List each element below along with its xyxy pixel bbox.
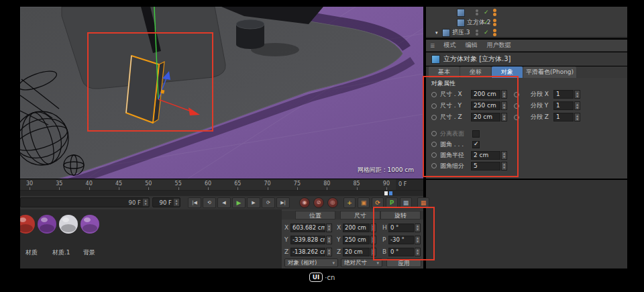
highlight-box-viewport [87, 32, 213, 132]
menu-item-edit[interactable]: 编辑 [461, 41, 482, 50]
ruler-tick: 50 [142, 179, 155, 191]
ruler-tick: 60 [201, 179, 215, 191]
axis-label: X [337, 224, 343, 231]
size-z-input[interactable]: 20 cm [343, 248, 370, 256]
visibility-dots[interactable] [476, 9, 478, 15]
coord-header-position: 位置 [295, 211, 335, 220]
viewport-3d[interactable]: 网格间距 : 1000 cm [20, 7, 423, 179]
record-keyframe-button[interactable]: ◉ [299, 197, 310, 208]
material-swatch[interactable] [59, 215, 78, 234]
spinner[interactable] [143, 199, 148, 206]
watermark: UI ·cn [0, 273, 644, 282]
seg-label: 分段 Y [531, 101, 553, 110]
seg-z-input[interactable]: 1 [553, 113, 574, 121]
axis-label: Z [284, 248, 290, 255]
menu-item-userdata[interactable]: 用户数据 [482, 41, 516, 50]
material-swatch[interactable] [20, 215, 35, 234]
record-scale-toggle[interactable]: ▣ [358, 197, 370, 208]
enabled-check-icon[interactable]: ✓ [484, 9, 489, 15]
enabled-check-icon[interactable]: ✓ [484, 19, 489, 26]
record-position-toggle[interactable]: + [343, 197, 356, 208]
frame-marker-blue[interactable] [389, 191, 392, 195]
object-icon [442, 29, 450, 37]
watermark-suffix: ·cn [325, 274, 335, 281]
tag-dots [493, 29, 496, 36]
prev-frame-button[interactable]: ◀ [217, 197, 231, 208]
size-y-input[interactable]: 250 cm [343, 236, 370, 244]
play-button[interactable]: ▶ [232, 197, 246, 208]
right-bottom-panel [426, 180, 627, 269]
highlight-box-rotation [373, 207, 435, 260]
ruler-tick: 40 [83, 179, 96, 191]
tag-dots [493, 19, 496, 26]
app-window: 网格间距 : 1000 cm ✓ 立方体.2 ✓ ▾ 挤压.3 ✓ ≣ [0, 0, 644, 292]
seg-label: 分段 X [531, 90, 553, 99]
current-frame-field[interactable]: 90 F [152, 197, 180, 207]
tag-dots [493, 9, 496, 16]
range-slider[interactable]: 90 F [20, 197, 150, 207]
goto-end-button[interactable]: ▶| [276, 197, 290, 208]
expand-arrow-icon[interactable]: ▾ [435, 30, 442, 36]
spinner[interactable] [174, 199, 179, 206]
spinner[interactable] [574, 113, 580, 121]
seg-x-input[interactable]: 1 [553, 90, 574, 99]
ruler-tick: 75 [290, 179, 304, 191]
attribute-title-bar: 立方体对象 [立方体.3] [426, 52, 627, 66]
object-row[interactable]: ▾ 挤压.3 ✓ [426, 28, 627, 38]
keyframe-selection-button[interactable]: ◎ [327, 197, 338, 208]
marker-strip [20, 191, 423, 196]
axis-label: X [284, 224, 290, 231]
next-frame-button[interactable]: ▶ [247, 197, 260, 208]
goto-start-button[interactable]: |◀ [188, 197, 201, 208]
visibility-dots[interactable] [476, 19, 478, 26]
position-y-input[interactable]: -339.828 cm [290, 236, 325, 244]
object-manager: ✓ 立方体.2 ✓ ▾ 挤压.3 ✓ [426, 7, 627, 38]
autokey-button[interactable]: ⊘ [313, 197, 324, 208]
spinner[interactable] [326, 224, 332, 232]
material-swatch[interactable] [38, 215, 56, 234]
attribute-title: 立方体对象 [立方体.3] [443, 54, 511, 64]
ruler-tick: 30 [23, 179, 36, 191]
ruler-end-label: 0 F [396, 179, 423, 190]
spinner[interactable] [326, 236, 332, 244]
ruler-tick: 80 [320, 179, 333, 191]
menu-grip-icon[interactable]: ≣ [430, 42, 435, 49]
cube-icon [431, 55, 440, 64]
object-row[interactable]: 立方体.2 ✓ [426, 17, 627, 28]
mode-dropdown[interactable]: 对象 (相对) [284, 258, 338, 267]
seg-y-input[interactable]: 1 [553, 101, 574, 110]
prev-key-button[interactable]: ⟲ [203, 197, 216, 208]
enabled-check-icon[interactable]: ✓ [484, 30, 489, 36]
spinner[interactable] [326, 248, 332, 256]
size-x-input[interactable]: 200 cm [343, 224, 370, 232]
timeline-ruler[interactable]: 30 35 40 45 50 55 60 65 70 75 80 85 90 0… [20, 179, 423, 191]
menu-item-mode[interactable]: 模式 [439, 41, 461, 50]
attribute-menubar: ≣ 模式 编辑 用户数据 [426, 40, 627, 52]
material-label[interactable]: 材质 [25, 248, 38, 257]
bottom-panel: 材质 材质.1 背景 位置 尺寸 旋转 X 603.682 cm X 200 c… [20, 209, 423, 269]
ruler-tick: 90 [380, 179, 393, 191]
position-z-input[interactable]: -138.262 cm [290, 248, 325, 256]
object-row[interactable]: ✓ [426, 7, 627, 17]
seg-label: 分段 Z [531, 113, 553, 121]
ruler-tick: 65 [231, 179, 244, 191]
next-key-button[interactable]: ⟳ [262, 197, 275, 208]
material-label[interactable]: 背景 [83, 248, 95, 257]
ruler-tick: 45 [112, 179, 125, 191]
frame-marker-white[interactable] [384, 191, 388, 195]
ruler-tick: 35 [52, 179, 66, 191]
axis-label: Y [284, 236, 290, 243]
position-x-input[interactable]: 603.682 cm [290, 224, 325, 232]
object-icon [457, 19, 465, 27]
visibility-dots[interactable] [476, 30, 478, 36]
axis-label: Y [337, 236, 343, 243]
material-swatch[interactable] [80, 215, 99, 234]
spinner[interactable] [574, 90, 580, 99]
object-icon [457, 9, 465, 17]
grid-spacing-label: 网格间距 : 1000 cm [358, 166, 414, 175]
tab-phong[interactable]: 平滑着色(Phong) [523, 66, 576, 78]
material-label[interactable]: 材质.1 [52, 248, 70, 257]
spinner[interactable] [574, 101, 580, 110]
range-end-value: 90 F [129, 199, 141, 206]
viewport-scene [20, 7, 423, 179]
